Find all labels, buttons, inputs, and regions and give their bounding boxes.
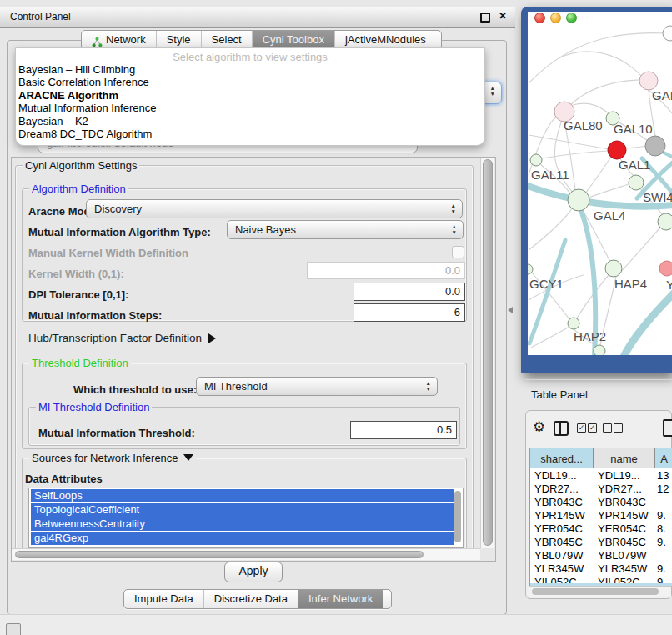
select-all-icon[interactable]: ✓ [588, 423, 597, 432]
table-row[interactable]: YDR27...YDR27...12 [530, 482, 672, 496]
network-node-gal11[interactable] [530, 154, 542, 166]
window-minimize-icon[interactable] [550, 12, 561, 23]
table-row[interactable]: YER054CYER054C8. [530, 522, 672, 536]
attribute-item-gal4rgexp[interactable]: gal4RGexp [31, 532, 454, 545]
network-node[interactable] [594, 345, 605, 355]
column-header-shared[interactable]: shared... [530, 448, 594, 468]
expand-right-icon [208, 333, 216, 343]
table-row[interactable]: YDL19...YDL19...13 [530, 469, 672, 482]
mi-threshold-value: 0.5 [437, 423, 452, 436]
partial-dock-icon[interactable] [6, 623, 21, 635]
settings-horizontal-scrollbar[interactable] [12, 548, 480, 560]
mi-threshold-group-title: MI Threshold Definition [36, 401, 152, 413]
status-strip [0, 614, 672, 635]
mi-threshold-input[interactable]: 0.5 [350, 421, 457, 439]
network-node-gal1[interactable] [629, 175, 644, 190]
table-row[interactable]: YPR145WYPR145W9. [530, 509, 672, 522]
tab-impute-data-label: Impute Data [134, 590, 193, 608]
data-attributes-list[interactable]: SelfLoopsTopologicalCoefficientBetweenne… [28, 488, 464, 548]
table-header-row: shared...nameA [530, 448, 672, 469]
node-label-gcy1: GCY1 [529, 277, 564, 291]
network-node-gal[interactable] [639, 72, 658, 90]
kernel-width-input[interactable]: 0.0 [307, 262, 465, 279]
network-edge-thick [529, 240, 565, 343]
network-node[interactable] [608, 141, 626, 159]
panel-resize-grip[interactable] [508, 307, 513, 313]
network-node-hap2[interactable] [568, 318, 579, 329]
tab-network[interactable]: Network [82, 31, 156, 49]
column-header-a[interactable]: A [655, 448, 672, 468]
tab-cyni-toolbox[interactable]: Cyni Toolbox [252, 31, 334, 49]
network-node[interactable] [645, 136, 665, 156]
algorithm-dropdown-list: Bayesian – Hill ClimbingBasic Correlatio… [16, 63, 484, 140]
vertical-scroll-thumb[interactable] [483, 159, 493, 546]
algorithm-option-mutual-information-inference[interactable]: Mutual Information Inference [16, 102, 484, 114]
attribute-item-betweennesscentrality[interactable]: BetweennessCentrality [31, 518, 454, 531]
manual-kernel-checkbox[interactable] [452, 246, 464, 258]
algorithm-option-aracne-algorithm[interactable]: ARACNE Algorithm [16, 89, 484, 102]
table-panel-title: Table Panel [531, 388, 588, 401]
table-toolbar: ⚙ ✓ ✓ [526, 419, 672, 439]
aracne-mode-combo[interactable]: Discovery ▲▼ [86, 199, 463, 218]
table-scroll-thumb[interactable] [532, 588, 659, 595]
column-header-name[interactable]: name [594, 448, 655, 468]
columns-icon[interactable] [554, 421, 569, 436]
algorithm-option-bayesian-k2[interactable]: Bayesian – K2 [16, 115, 484, 128]
table-row[interactable]: YBR043CYBR043C [530, 496, 672, 509]
settings-vertical-scrollbar[interactable] [480, 158, 494, 548]
table-cell: YPR145W [530, 509, 594, 522]
network-node[interactable] [663, 26, 672, 41]
apply-button[interactable]: Apply [224, 562, 283, 582]
tab-discretize-data[interactable]: Discretize Data [203, 590, 298, 608]
attribute-item-topologicalcoefficient[interactable]: TopologicalCoefficient [31, 503, 454, 517]
horizontal-scroll-thumb[interactable] [15, 551, 424, 558]
table-cell [655, 549, 672, 562]
algorithm-option-bayesian-hill-climbing[interactable]: Bayesian – Hill Climbing [16, 63, 484, 76]
table-cell: YBL079W [594, 549, 655, 562]
dpi-tolerance-input[interactable]: 0.0 [354, 282, 465, 301]
node-label-gal11: GAL11 [531, 168, 569, 182]
which-threshold-combo[interactable]: MI Threshold ▲▼ [196, 377, 438, 396]
hub-definition-toggle[interactable]: Hub/Transcription Factor Definition [28, 332, 216, 344]
attribute-item-selfloops[interactable]: SelfLoops [31, 489, 454, 502]
table-horizontal-scrollbar[interactable] [529, 586, 671, 597]
attributes-scrollbar[interactable] [454, 491, 461, 542]
table-row[interactable]: YLR345WYLR345W9. [530, 562, 672, 576]
select-all-icon[interactable]: ✓ [577, 423, 586, 432]
export-table-icon[interactable] [663, 419, 672, 437]
network-window[interactable]: GAL80GAL10GALGAL1GAL11GAL4SWI4GCY1HAP4YH… [521, 7, 672, 373]
tab-infer-network[interactable]: Infer Network [298, 590, 383, 608]
mi-algorithm-type-combo[interactable]: Naive Bayes ▲▼ [227, 220, 464, 239]
network-node-swi4[interactable] [658, 213, 672, 230]
network-node-y[interactable] [659, 261, 672, 276]
network-edge-thick [624, 292, 672, 355]
tab-style[interactable]: Style [156, 31, 201, 49]
node-label-swi4: SWI4 [643, 190, 672, 204]
network-canvas[interactable]: GAL80GAL10GALGAL1GAL11GAL4SWI4GCY1HAP4YH… [528, 12, 672, 355]
deselect-all-icon[interactable] [614, 423, 623, 432]
close-icon[interactable]: ✕ [499, 10, 507, 22]
control-panel-titlebar: Control Panel ✕ [0, 7, 515, 28]
table-row[interactable]: YBL079WYBL079W [530, 549, 672, 562]
deselect-all-icon[interactable] [603, 423, 612, 432]
table-row[interactable]: YBR045CYBR045C9. [530, 536, 672, 549]
stepper-icon: ▲▼ [452, 223, 457, 235]
network-edge [542, 151, 609, 158]
gear-icon[interactable]: ⚙ [533, 418, 545, 436]
window-close-icon[interactable] [534, 12, 545, 23]
algorithm-option-basic-correlation-inference[interactable]: Basic Correlation Inference [16, 76, 484, 88]
network-node-gal4[interactable] [568, 189, 589, 211]
tab-jactivemnodules[interactable]: jActiveMNodules [334, 31, 436, 49]
window-zoom-icon[interactable] [566, 12, 577, 23]
network-node-hap4[interactable] [605, 260, 622, 277]
node-label-hap2: HAP2 [574, 329, 606, 343]
table-cell: YER054C [530, 522, 594, 536]
table-cell: YLR345W [530, 562, 594, 576]
algorithm-option-dream8-dc-tdc-algorithm[interactable]: Dream8 DC_TDC Algorithm [16, 128, 484, 140]
table-cell: YBR043C [594, 496, 655, 509]
sources-group-title[interactable]: Sources for Network Inference [29, 452, 196, 464]
float-window-icon[interactable] [480, 12, 490, 22]
tab-impute-data[interactable]: Impute Data [124, 590, 203, 608]
tab-select[interactable]: Select [201, 31, 252, 49]
mi-steps-input[interactable]: 6 [354, 303, 465, 322]
